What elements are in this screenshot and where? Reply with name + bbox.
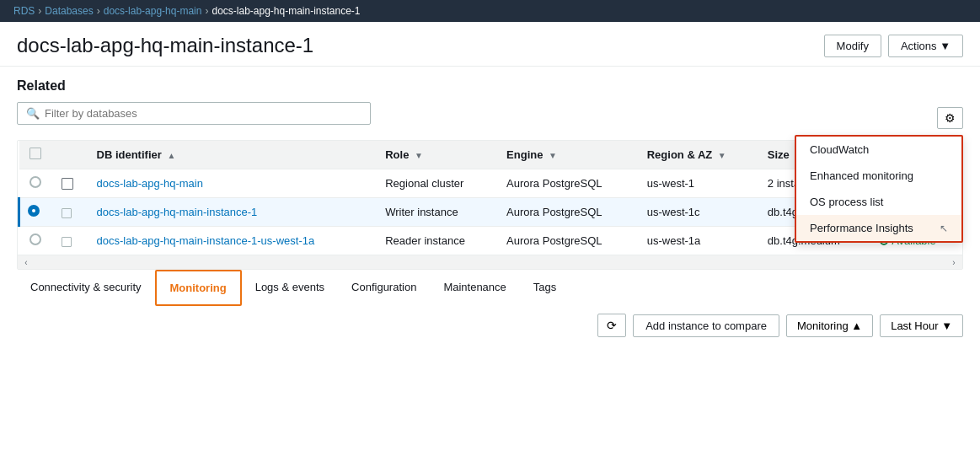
tab-maintenance[interactable]: Maintenance: [430, 271, 519, 305]
last-hour-button[interactable]: Last Hour ▼: [880, 314, 963, 337]
tab-configuration[interactable]: Configuration: [338, 271, 430, 305]
scroll-right-arrow[interactable]: ›: [945, 255, 962, 269]
bottom-toolbar: ⟳ Add instance to compare Monitoring ▲ L…: [0, 305, 980, 346]
breadcrumb-current: docs-lab-apg-hq-main-instance-1: [212, 5, 360, 17]
header-actions: Modify Actions ▼: [824, 35, 963, 57]
sort-asc-icon: ▲: [167, 151, 175, 160]
tabs-row: Connectivity & security Monitoring Logs …: [17, 270, 963, 305]
tab-connectivity[interactable]: Connectivity & security: [17, 271, 155, 305]
dropdown-menu: CloudWatch Enhanced monitoring OS proces…: [795, 135, 963, 243]
breadcrumb: RDS › Databases › docs-lab-apg-hq-main ›…: [0, 0, 980, 22]
sort-role-icon: ▼: [415, 151, 423, 160]
dropdown-os-process[interactable]: OS process list: [796, 189, 961, 215]
row2-db-link[interactable]: docs-lab-apg-hq-main-instance-1: [97, 206, 258, 218]
sort-engine-icon: ▼: [549, 151, 557, 160]
dropdown-enhanced[interactable]: Enhanced monitoring: [796, 163, 961, 189]
col-db-identifier[interactable]: DB identifier ▲: [87, 141, 376, 169]
related-title: Related: [17, 78, 963, 94]
breadcrumb-rds[interactable]: RDS: [13, 5, 35, 17]
add-instance-button[interactable]: Add instance to compare: [633, 314, 779, 337]
refresh-button[interactable]: ⟳: [597, 314, 626, 337]
db-reader-icon: [62, 237, 72, 247]
cursor-icon: ↖: [940, 223, 948, 234]
radio-row2[interactable]: [28, 205, 40, 217]
breadcrumb-databases[interactable]: Databases: [45, 5, 93, 17]
actions-button[interactable]: Actions ▼: [888, 35, 963, 57]
col-engine[interactable]: Engine ▼: [496, 141, 637, 169]
modify-button[interactable]: Modify: [824, 35, 881, 57]
search-icon: 🔍: [26, 107, 40, 120]
col-select: [19, 141, 51, 169]
page-title: docs-lab-apg-hq-main-instance-1: [17, 34, 313, 57]
page-header: docs-lab-apg-hq-main-instance-1 Modify A…: [0, 22, 980, 67]
search-bar: 🔍: [17, 102, 371, 125]
db-instance-icon: [62, 208, 72, 218]
col-region[interactable]: Region & AZ ▼: [637, 141, 758, 169]
tab-tags[interactable]: Tags: [520, 271, 570, 305]
sort-region-icon: ▼: [718, 151, 726, 160]
monitoring-dropdown-button[interactable]: Monitoring ▲: [786, 314, 873, 337]
dropdown-performance[interactable]: Performance Insights ↖: [796, 215, 961, 241]
dropdown-cloudwatch[interactable]: CloudWatch: [796, 137, 961, 163]
db-cluster-icon: [62, 178, 73, 190]
tab-logs[interactable]: Logs & events: [242, 271, 338, 305]
row1-db-link[interactable]: docs-lab-apg-hq-main: [97, 177, 203, 190]
scroll-left-arrow[interactable]: ‹: [18, 255, 35, 269]
col-icon: [51, 141, 87, 169]
search-input[interactable]: [45, 107, 361, 120]
row3-db-link[interactable]: docs-lab-apg-hq-main-instance-1-us-west-…: [97, 234, 315, 247]
radio-row1[interactable]: [29, 176, 41, 188]
breadcrumb-cluster[interactable]: docs-lab-apg-hq-main: [104, 5, 202, 17]
radio-row3[interactable]: [29, 234, 41, 245]
col-role[interactable]: Role ▼: [375, 141, 496, 169]
settings-button[interactable]: ⚙: [937, 107, 963, 129]
monitoring-dropdown: CloudWatch Enhanced monitoring OS proces…: [795, 135, 963, 243]
tab-monitoring[interactable]: Monitoring: [155, 270, 242, 306]
bottom-section: Connectivity & security Monitoring Logs …: [0, 270, 980, 346]
